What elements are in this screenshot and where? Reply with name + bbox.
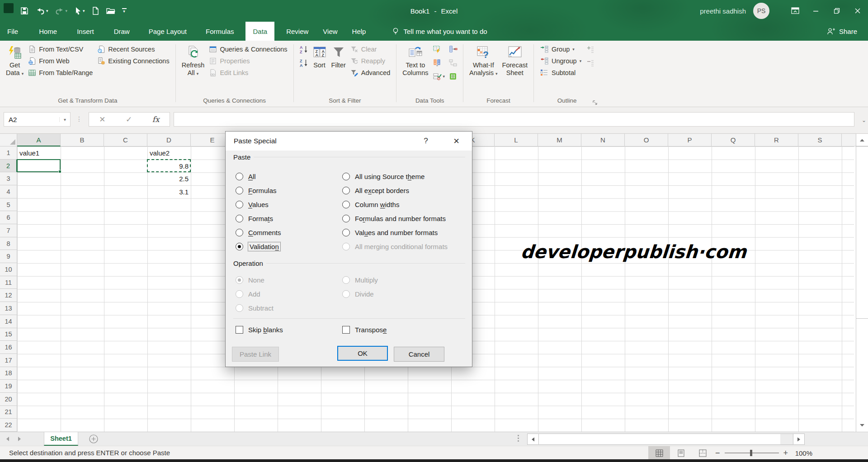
column-header-N[interactable]: N xyxy=(581,134,625,146)
scroll-up-button[interactable] xyxy=(856,134,868,146)
page-break-view-button[interactable] xyxy=(692,446,713,460)
tab-insert[interactable]: Insert xyxy=(70,22,101,41)
grid-cell-D3[interactable]: 2.5 xyxy=(147,172,191,185)
zoom-slider[interactable] xyxy=(725,453,779,453)
column-header-R[interactable]: R xyxy=(755,134,798,146)
tab-formulas[interactable]: Formulas xyxy=(198,22,241,41)
radio-comments[interactable]: Comments xyxy=(236,228,281,237)
consolidate-button[interactable] xyxy=(431,57,447,69)
grid-cell-D4[interactable]: 3.1 xyxy=(147,185,191,198)
minimize-button[interactable] xyxy=(806,2,826,20)
checkbox-skip-blanks[interactable]: Skip blanks xyxy=(236,325,283,334)
horizontal-scroll-track[interactable] xyxy=(780,434,793,444)
touch-mouse-mode-button[interactable]: ▾ xyxy=(74,6,85,15)
row-header-10[interactable]: 10 xyxy=(0,263,17,276)
column-header-A[interactable]: A xyxy=(17,134,61,146)
checkbox-transpose[interactable]: Transpose xyxy=(342,325,387,334)
name-box[interactable]: A2 ▾ xyxy=(4,112,71,127)
row-header-22[interactable]: 22 xyxy=(0,419,17,432)
from-table-range-button[interactable]: From Table/Range xyxy=(26,67,95,79)
queries-connections-button[interactable]: Queries & Connections xyxy=(207,43,289,55)
existing-connections-button[interactable]: Existing Connections xyxy=(95,55,171,67)
radio-values-number-formats[interactable]: Values and number formats xyxy=(342,228,438,237)
radio-all-source-theme[interactable]: All using Source theme xyxy=(342,172,425,181)
open-file-button[interactable] xyxy=(106,6,116,15)
tab-bar-splitter[interactable] xyxy=(518,435,519,442)
tab-view[interactable]: View xyxy=(316,22,344,41)
radio-formulas[interactable]: Formulas xyxy=(236,186,277,195)
ungroup-caret-icon[interactable]: ▾ xyxy=(580,59,582,63)
column-header-L[interactable]: L xyxy=(495,134,538,146)
radio-validation[interactable]: Validation xyxy=(236,242,280,251)
undo-button[interactable]: ▾ xyxy=(35,6,48,15)
horizontal-scrollbar[interactable] xyxy=(527,434,805,445)
column-header-Q[interactable]: Q xyxy=(712,134,755,146)
manage-data-model-button[interactable] xyxy=(447,71,459,82)
data-validation-button[interactable]: ▾ xyxy=(431,71,447,82)
flash-fill-button[interactable] xyxy=(431,43,447,55)
touch-mode-caret-icon[interactable]: ▾ xyxy=(83,9,85,13)
tab-home[interactable]: Home xyxy=(32,22,64,41)
column-header-M[interactable]: M xyxy=(538,134,581,146)
formula-bar-expand-icon[interactable]: ⌄ xyxy=(862,117,866,123)
formula-input[interactable] xyxy=(174,112,854,127)
column-header-O[interactable]: O xyxy=(625,134,668,146)
radio-formulas-number-formats[interactable]: Formulas and number formats xyxy=(342,214,446,223)
radio-column-widths[interactable]: Column widths xyxy=(342,200,399,209)
save-button[interactable] xyxy=(20,6,29,15)
new-file-button[interactable] xyxy=(91,6,99,15)
fill-handle[interactable] xyxy=(58,170,61,173)
sheet-tab-sheet1[interactable]: Sheet1 xyxy=(44,432,78,446)
cancel-button[interactable]: Cancel xyxy=(394,347,444,362)
row-header-11[interactable]: 11 xyxy=(0,276,17,289)
column-header-C[interactable]: C xyxy=(104,134,147,146)
advanced-filter-button[interactable]: Advanced xyxy=(348,67,393,79)
zoom-level[interactable]: 100% xyxy=(793,449,812,457)
group-button[interactable]: Group ▾ xyxy=(538,43,584,55)
sort-az-button[interactable]: AZ xyxy=(297,43,310,55)
ok-button[interactable]: OK xyxy=(337,346,388,361)
what-if-analysis-button[interactable]: ? What-If Analysis ▾ xyxy=(467,42,500,79)
radio-values[interactable]: Values xyxy=(236,200,269,209)
data-validation-caret-icon[interactable]: ▾ xyxy=(443,74,445,79)
ungroup-button[interactable]: Ungroup ▾ xyxy=(538,55,584,67)
row-header-5[interactable]: 5 xyxy=(0,198,17,212)
dialog-help-button[interactable]: ? xyxy=(419,132,433,151)
sheet-next-icon[interactable] xyxy=(17,436,22,442)
zoom-out-button[interactable]: − xyxy=(715,448,720,458)
row-header-7[interactable]: 7 xyxy=(0,224,17,237)
row-header-9[interactable]: 9 xyxy=(0,250,17,263)
forecast-sheet-button[interactable]: Forecast Sheet xyxy=(500,42,530,78)
row-header-18[interactable]: 18 xyxy=(0,367,17,380)
close-button[interactable] xyxy=(847,2,868,20)
name-box-caret-icon[interactable]: ▾ xyxy=(59,117,70,122)
from-text-csv-button[interactable]: From Text/CSV xyxy=(26,43,95,55)
zoom-slider-handle[interactable] xyxy=(750,450,752,456)
row-header-3[interactable]: 3 xyxy=(0,172,17,185)
tab-review[interactable]: Review xyxy=(279,22,316,41)
row-header-17[interactable]: 17 xyxy=(0,354,17,367)
tab-help[interactable]: Help xyxy=(345,22,373,41)
formula-bar-grip-icon[interactable]: ⋮ xyxy=(76,115,83,123)
vertical-scroll-thumb[interactable] xyxy=(856,147,868,319)
insert-function-icon[interactable]: fx xyxy=(152,115,160,124)
row-header-14[interactable]: 14 xyxy=(0,315,17,328)
excel-app-icon[interactable] xyxy=(4,3,14,13)
scroll-right-button[interactable] xyxy=(793,434,804,444)
vertical-scrollbar[interactable] xyxy=(856,134,868,432)
confirm-entry-icon[interactable]: ✓ xyxy=(126,115,132,124)
column-header-B[interactable]: B xyxy=(61,134,104,146)
row-header-16[interactable]: 16 xyxy=(0,341,17,354)
customize-qat-button[interactable]: ▾ xyxy=(122,8,127,14)
recent-sources-button[interactable]: Recent Sources xyxy=(95,43,171,55)
zoom-in-button[interactable]: + xyxy=(783,448,788,458)
select-all-corner[interactable] xyxy=(0,134,17,146)
outline-dialog-launcher[interactable] xyxy=(592,99,598,106)
sort-za-button[interactable]: ZA xyxy=(297,57,310,69)
row-header-2[interactable]: 2 xyxy=(0,160,17,173)
row-header-8[interactable]: 8 xyxy=(0,237,17,250)
row-header-12[interactable]: 12 xyxy=(0,289,17,302)
subtotal-button[interactable]: Subtotal xyxy=(538,67,584,79)
tab-file[interactable]: File xyxy=(0,22,25,41)
tell-me-box[interactable]: Tell me what you want to do xyxy=(392,22,487,41)
